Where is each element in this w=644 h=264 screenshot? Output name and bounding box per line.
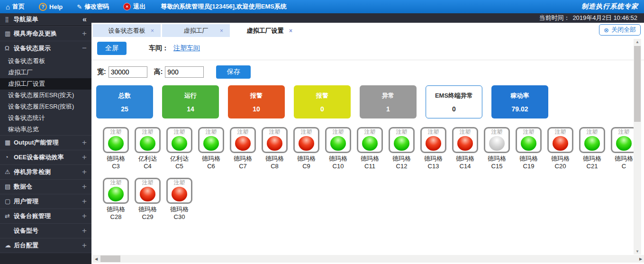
device-card-c28[interactable]: 注塑德玛格C28 <box>102 178 130 221</box>
device-card-c21[interactable]: 注塑德玛格C21 <box>578 127 606 170</box>
tab-device-kanban[interactable]: 设备状态看板× <box>93 24 161 37</box>
device-code: C8 <box>261 163 289 170</box>
status-card-ems-terminal[interactable]: EMS终端异常0 <box>426 85 482 118</box>
device-card-c14[interactable]: 注塑德玛格C14 <box>451 127 479 170</box>
sidebar-subitem-esr-by-day[interactable]: 设备状态履历ESR(按天) <box>0 90 91 101</box>
scroll-down-icon[interactable]: ▼ <box>635 248 639 255</box>
device-card-c19[interactable]: 注塑德玛格C19 <box>515 127 543 170</box>
expand-plus-icon[interactable]: + <box>82 167 87 177</box>
device-card-c4[interactable]: 注塑亿利达C4 <box>134 127 162 170</box>
device-card-c15[interactable]: 注塑德玛格C15 <box>483 127 511 170</box>
sidebar-item-user-management[interactable]: ▢用户管理+ <box>0 194 91 209</box>
device-row: 注塑德玛格C28注塑德玛格C29注塑德玛格C30 <box>102 178 634 221</box>
close-all-tabs-button[interactable]: ⊗ 关闭全部 <box>599 24 641 36</box>
warning-icon: ⚠ <box>5 168 14 175</box>
expand-plus-icon[interactable]: + <box>82 138 87 147</box>
status-card-alarm[interactable]: 报警10 <box>228 85 285 118</box>
collapse-sidebar-icon[interactable]: « <box>82 15 87 24</box>
expand-plus-icon[interactable]: + <box>82 153 87 162</box>
horizontal-scrollbar[interactable]: ◀ ▶ <box>93 255 644 263</box>
status-card-utilization[interactable]: 稼动率79.02 <box>491 85 548 118</box>
status-card-abnormal[interactable]: 异常1 <box>360 85 417 118</box>
device-name: 德玛格C10 <box>324 155 352 170</box>
sidebar-subitem-esr-by-shift[interactable]: 设备状态履历ESR(按班) <box>0 101 91 112</box>
tab-close-icon[interactable]: × <box>220 27 223 34</box>
sidebar-subitem-device-kanban[interactable]: 设备状态看板 <box>0 55 91 67</box>
expand-plus-icon[interactable]: + <box>82 226 87 236</box>
device-box: 注塑 <box>325 127 351 153</box>
device-card-c3[interactable]: 注塑德玛格C3 <box>102 127 130 170</box>
sidebar-item-device-status[interactable]: Ω设备状态展示− <box>0 41 91 55</box>
device-card-c13[interactable]: 注塑德玛格C13 <box>419 127 447 170</box>
bar-chart-icon: ▦ <box>5 139 14 146</box>
status-light-red-icon <box>457 136 473 151</box>
scroll-up-icon[interactable]: ▲ <box>635 39 639 45</box>
vertical-scrollbar-thumb[interactable] <box>634 46 641 122</box>
status-card-alarm-yellow[interactable]: 报警0 <box>294 85 351 118</box>
device-card-c6[interactable]: 注塑德玛格C6 <box>197 127 225 170</box>
device-card-c20[interactable]: 注塑德玛格C20 <box>546 127 574 170</box>
device-card-c10[interactable]: 注塑德玛格C10 <box>324 127 352 170</box>
sidebar-item-backend-config[interactable]: ☁后台配置+ <box>0 238 91 253</box>
sidebar-subitem-virtual-factory-settings[interactable]: 虚拟工厂设置 <box>0 78 91 90</box>
sidebar-item-oee[interactable]: ◔OEE设备稼动效率+ <box>0 150 91 164</box>
device-name: 德玛格C11 <box>356 155 384 170</box>
home-button[interactable]: ⌂ 首页 <box>6 2 25 11</box>
status-card-value: 14 <box>187 105 194 113</box>
workshop-link[interactable]: 注塑车间 <box>173 44 200 53</box>
expand-plus-icon[interactable]: + <box>82 182 87 191</box>
top-bar: ⌂ 首页 ? Help ✎ 修改密码 × 退出 尊敬的系统管理员[123456]… <box>0 0 644 13</box>
device-name: 德玛格C14 <box>451 155 479 170</box>
device-card-c30[interactable]: 注塑德玛格C30 <box>165 178 193 221</box>
width-input[interactable] <box>109 66 147 78</box>
status-card-value: 1 <box>386 105 390 113</box>
sidebar-item-mold-life[interactable]: ▥模具寿命及更换+ <box>0 26 91 41</box>
device-process-tag: 注塑 <box>454 129 477 135</box>
expand-plus-icon[interactable]: + <box>82 197 87 206</box>
sidebar-item-data-warehouse[interactable]: ▤数据仓+ <box>0 179 91 194</box>
sidebar-subitem-virtual-factory[interactable]: 虚拟工厂 <box>0 67 91 78</box>
tab-virtual-factory[interactable]: 虚拟工厂× <box>162 24 230 37</box>
device-code: C19 <box>515 163 543 170</box>
sidebar-item-output[interactable]: ▦Output产能管理+ <box>0 135 91 150</box>
device-card-c7[interactable]: 注塑德玛格C7 <box>229 127 257 170</box>
device-card-c[interactable]: 注塑德玛格C <box>610 127 634 170</box>
device-card-c5[interactable]: 注塑亿利达C5 <box>165 127 193 170</box>
device-card-c8[interactable]: 注塑德玛格C8 <box>261 127 289 170</box>
tab-virtual-factory-settings[interactable]: 虚拟工厂设置× <box>231 24 299 37</box>
sidebar-subitem-utilization-overview[interactable]: 稼动率总览 <box>0 124 91 135</box>
device-card-c9[interactable]: 注塑德玛格C9 <box>292 127 320 170</box>
horizontal-scrollbar-thumb[interactable] <box>100 255 120 262</box>
sidebar-item-device-model[interactable]: 设备型号+ <box>0 223 91 238</box>
status-card-running[interactable]: 运行14 <box>162 85 219 118</box>
status-card-total[interactable]: 总数25 <box>96 85 153 118</box>
expand-plus-icon[interactable]: + <box>82 241 87 250</box>
save-button[interactable]: 保存 <box>216 65 251 79</box>
scroll-left-icon[interactable]: ◀ <box>93 257 100 261</box>
device-card-c12[interactable]: 注塑德玛格C12 <box>388 127 416 170</box>
drag-dots-icon: ⣿ <box>5 16 9 23</box>
change-password-button[interactable]: ✎ 修改密码 <box>77 2 109 11</box>
status-light-gray-icon <box>489 136 505 151</box>
sidebar-subitem-device-statistics[interactable]: 设备状态统计 <box>0 112 91 124</box>
sidebar-item-downtime-detect[interactable]: ⚠停机异常检测+ <box>0 164 91 179</box>
height-input[interactable] <box>165 66 204 78</box>
scroll-right-icon[interactable]: ▶ <box>637 257 644 261</box>
expand-plus-icon[interactable]: + <box>82 29 87 38</box>
help-button[interactable]: ? Help <box>39 3 63 11</box>
sidebar-item-device-ledger[interactable]: ⇄设备台账管理+ <box>0 209 91 223</box>
expand-plus-icon[interactable]: + <box>82 211 87 221</box>
fullscreen-button[interactable]: 全屏 <box>97 42 127 55</box>
device-brand: 德玛格 <box>261 155 289 163</box>
logout-button[interactable]: × 退出 <box>123 2 145 11</box>
tab-close-icon[interactable]: × <box>289 27 292 34</box>
sidebar-item-label: 后台配置 <box>14 241 38 250</box>
device-code: C29 <box>134 213 162 221</box>
tab-close-icon[interactable]: × <box>151 27 154 34</box>
device-card-c29[interactable]: 注塑德玛格C29 <box>134 178 162 221</box>
device-card-c11[interactable]: 注塑德玛格C11 <box>356 127 384 170</box>
device-process-tag: 注塑 <box>136 180 159 186</box>
close-all-icon: ⊗ <box>604 27 609 34</box>
collapse-minus-icon[interactable]: − <box>82 44 87 53</box>
vertical-scrollbar[interactable]: ▲ ▼ <box>634 39 641 255</box>
